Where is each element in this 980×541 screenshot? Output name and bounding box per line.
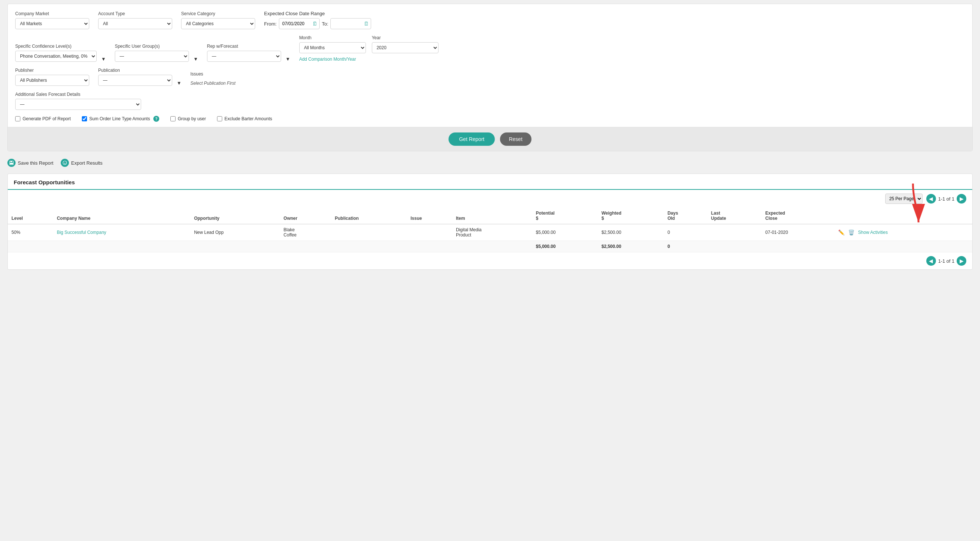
account-type-select[interactable]: All: [98, 18, 172, 29]
totals-weighted: $2,500.00: [598, 241, 664, 252]
rep-forecast-group: Rep w/Forecast — ▼: [207, 44, 290, 62]
sum-order-line-checkbox-item: Sum Order Line Type Amounts ?: [82, 116, 159, 122]
date-range-row: From: 🗓 To: 🗓: [264, 18, 371, 29]
expected-close-label: Expected Close Date Range: [264, 11, 371, 16]
account-type-group: Account Type All: [98, 11, 172, 29]
cell-days-old: 0: [664, 224, 707, 241]
confidence-level-select[interactable]: Phone Conversation, Meeting, 0%...: [15, 51, 97, 62]
col-level: Level: [8, 208, 53, 224]
svg-rect-1: [10, 161, 12, 162]
sum-order-line-help-icon[interactable]: ?: [153, 116, 159, 122]
user-group-select-row: — ▼: [115, 51, 198, 62]
forecast-table: Level Company Name Opportunity Owner Pub…: [8, 208, 972, 252]
publication-select[interactable]: —: [98, 75, 172, 86]
cell-issue: [407, 224, 452, 241]
filter-row-3: Publisher All Publishers Publication — ▼…: [15, 68, 965, 86]
publication-select-row: — ▼: [98, 75, 181, 86]
publication-group: Publication — ▼: [98, 68, 181, 86]
add-comparison-link[interactable]: Add Comparison Month/Year: [299, 57, 439, 62]
user-group-label: Specific User Group(s): [115, 44, 198, 49]
month-select[interactable]: All Months: [299, 42, 366, 53]
col-expected-close: ExpectedClose: [762, 208, 834, 224]
next-page-button-top[interactable]: ▶: [957, 194, 966, 203]
per-page-select[interactable]: 25 Per Page: [885, 194, 923, 204]
filter-row-1: Company Market All Markets Account Type …: [15, 11, 965, 29]
generate-pdf-label: Generate PDF of Report: [22, 116, 71, 121]
table-container: Level Company Name Opportunity Owner Pub…: [8, 208, 972, 252]
rep-forecast-label: Rep w/Forecast: [207, 44, 290, 49]
prev-page-button-bottom[interactable]: ◀: [926, 256, 936, 266]
cell-opportunity: New Lead Opp: [190, 224, 280, 241]
button-row: Get Report Reset: [8, 127, 972, 151]
cell-last-update: [707, 224, 762, 241]
company-name-link[interactable]: Big Successful Company: [57, 230, 106, 235]
export-results-link[interactable]: + Export Results: [61, 159, 103, 167]
cell-level: 50%: [8, 224, 53, 241]
exclude-barter-checkbox-item: Exclude Barter Amounts: [217, 116, 272, 121]
rep-forecast-select[interactable]: —: [207, 51, 281, 62]
col-owner: Owner: [280, 208, 331, 224]
export-results-label: Export Results: [71, 160, 103, 166]
exclude-barter-checkbox[interactable]: [217, 116, 222, 121]
exclude-barter-label: Exclude Barter Amounts: [224, 116, 272, 121]
col-days-old: DaysOld: [664, 208, 707, 224]
next-page-button-bottom[interactable]: ▶: [957, 256, 966, 266]
reset-button[interactable]: Reset: [500, 132, 531, 146]
prev-page-button-top[interactable]: ◀: [926, 194, 936, 203]
year-select[interactable]: 2020: [372, 42, 439, 53]
col-item: Item: [452, 208, 532, 224]
from-label: From:: [264, 21, 277, 27]
totals-potential: $5,000.00: [532, 241, 598, 252]
confidence-level-group: Specific Confidence Level(s) Phone Conve…: [15, 44, 106, 62]
save-report-label: Save this Report: [18, 160, 53, 166]
sum-order-line-checkbox[interactable]: [82, 116, 87, 121]
col-last-update: LastUpdate: [707, 208, 762, 224]
save-report-link[interactable]: Save this Report: [7, 159, 53, 167]
confidence-level-label: Specific Confidence Level(s): [15, 44, 106, 49]
to-date-wrap: 🗓: [330, 18, 371, 29]
company-market-group: Company Market All Markets: [15, 11, 89, 29]
rep-forecast-select-row: — ▼: [207, 51, 290, 62]
publication-dropdown-icon[interactable]: ▼: [177, 80, 181, 86]
month-year-group: Month All Months Year 2020 Add Compariso…: [299, 35, 439, 62]
svg-text:+: +: [64, 162, 66, 165]
col-weighted-dollar: Weighted$: [598, 208, 664, 224]
user-group-dropdown-icon[interactable]: ▼: [193, 56, 198, 62]
pagination-info-bottom: 1-1 of 1: [938, 258, 955, 264]
cell-expected-close: 07-01-2020: [762, 224, 834, 241]
additional-details-select[interactable]: —: [15, 99, 141, 110]
generate-pdf-checkbox[interactable]: [15, 116, 21, 121]
service-category-select[interactable]: All Categories: [181, 18, 255, 29]
filter-row-4: Additional Sales Forecast Details —: [15, 92, 965, 110]
export-results-icon: +: [61, 159, 69, 167]
edit-icon[interactable]: ✏️: [838, 229, 845, 235]
user-group-group: Specific User Group(s) — ▼: [115, 44, 198, 62]
filter-row-2: Specific Confidence Level(s) Phone Conve…: [15, 35, 965, 62]
publisher-group: Publisher All Publishers: [15, 68, 89, 86]
rep-dropdown-icon[interactable]: ▼: [286, 56, 290, 62]
show-activities-link[interactable]: Show Activities: [858, 230, 888, 235]
table-footer: ◀ 1-1 of 1 ▶: [8, 252, 972, 270]
company-market-select[interactable]: All Markets: [15, 18, 89, 29]
col-publication: Publication: [331, 208, 407, 224]
results-title: Forecast Opportunities: [14, 179, 75, 186]
from-date-wrap: 🗓: [279, 18, 320, 29]
table-controls: 25 Per Page ◀ 1-1 of 1 ▶: [8, 190, 972, 208]
pagination-nav-bottom: ◀ 1-1 of 1 ▶: [926, 256, 966, 266]
col-actions: [834, 208, 972, 224]
table-row: 50% Big Successful Company New Lead Opp …: [8, 224, 972, 241]
group-by-user-checkbox[interactable]: [170, 116, 175, 121]
user-group-select[interactable]: —: [115, 51, 189, 62]
from-calendar-icon[interactable]: 🗓: [312, 21, 317, 27]
issues-placeholder-text: Select Publication First: [190, 81, 235, 86]
results-panel: Forecast Opportunities 25 Per Page ◀ 1-1…: [7, 173, 973, 270]
month-label: Month: [299, 35, 366, 40]
publisher-select[interactable]: All Publishers: [15, 75, 89, 86]
get-report-button[interactable]: Get Report: [449, 132, 495, 146]
confidence-dropdown-icon[interactable]: ▼: [101, 56, 106, 62]
to-calendar-icon[interactable]: 🗓: [364, 21, 369, 27]
cell-potential-dollar: $5,000.00: [532, 224, 598, 241]
delete-icon[interactable]: 🗑️: [848, 229, 854, 235]
cell-publication: [331, 224, 407, 241]
publisher-label: Publisher: [15, 68, 89, 73]
